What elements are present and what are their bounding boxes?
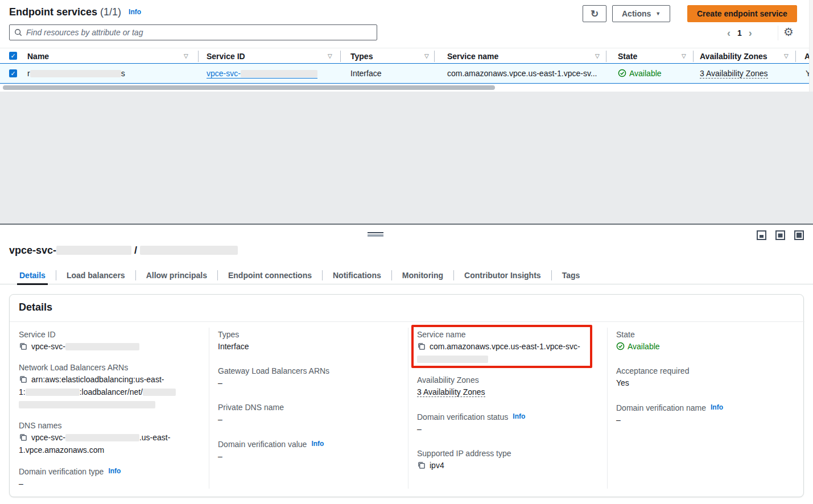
column-header-name[interactable]: Name	[27, 52, 49, 61]
copy-icon[interactable]	[19, 432, 27, 441]
tab-allow-principals[interactable]: Allow principals	[136, 266, 217, 284]
sort-icon-service-id[interactable]: ▽	[328, 53, 332, 59]
glb-arns-value: –	[218, 377, 401, 389]
domain-verification-status-info-link[interactable]: Info	[513, 412, 525, 420]
redacted-text	[30, 70, 121, 77]
page-title-text: Endpoint services	[9, 6, 97, 18]
horizontal-scrollbar-track[interactable]	[0, 85, 813, 90]
field-dns-names: DNS names vpce-svc-.us-east- 1.vpce.amaz…	[19, 420, 202, 456]
panel-size-small-icon[interactable]	[757, 230, 766, 240]
horizontal-scrollbar-thumb[interactable]	[3, 85, 495, 90]
refresh-button[interactable]: ↻	[583, 5, 606, 22]
page-title: Endpoint services (1/1) Info	[9, 6, 141, 18]
title-info-link[interactable]: Info	[129, 8, 141, 16]
panel-title-service-id: vpce-svc-	[9, 245, 56, 256]
table-row[interactable]: ✓ rs vpce-svc- Interface com.amazonaws.v…	[0, 63, 813, 84]
domain-verification-type-value: –	[19, 477, 202, 490]
copy-icon[interactable]	[19, 374, 27, 383]
cell-service-name: com.amazonaws.vpce.us-east-1.vpce-sv...	[447, 69, 597, 78]
resources-pane: Endpoint services (1/1) Info ↻ Actions ▼…	[0, 0, 813, 92]
details-column-1: Service ID vpce-svc- Network Load Balanc…	[19, 329, 202, 499]
tab-details[interactable]: Details	[9, 266, 56, 284]
tab-notifications[interactable]: Notifications	[323, 266, 391, 284]
domain-verification-value-value: –	[218, 450, 401, 462]
column-divider	[198, 51, 199, 62]
pagination-prev-icon[interactable]: ‹	[727, 28, 731, 38]
cell-name: rs	[27, 69, 125, 78]
table-header: ✓ Name ▽ Service ID ▽ Types ▽ Service na…	[0, 48, 813, 63]
toolbar-divider	[778, 26, 778, 40]
background-band	[0, 92, 813, 224]
pagination-page-1[interactable]: 1	[737, 28, 742, 38]
domain-verification-type-label: Domain verification type	[19, 467, 104, 476]
search-box[interactable]	[9, 24, 377, 40]
refresh-icon: ↻	[591, 8, 599, 20]
cell-service-id-link[interactable]: vpce-svc-	[207, 69, 317, 79]
row-checkbox[interactable]: ✓	[9, 69, 17, 77]
tab-load-balancers[interactable]: Load balancers	[56, 266, 135, 284]
sort-icon-state[interactable]: ▽	[682, 53, 686, 59]
glb-arns-label: Gateway Load Balancers ARNs	[218, 365, 401, 377]
sort-icon-name[interactable]: ▽	[184, 53, 188, 59]
sort-icon-types[interactable]: ▽	[424, 53, 429, 59]
field-domain-verification-status: Domain verification statusInfo –	[417, 411, 600, 435]
chevron-down-icon: ▼	[655, 11, 661, 16]
domain-verification-name-label: Domain verification name	[616, 403, 706, 412]
column-header-service-name[interactable]: Service name	[447, 52, 498, 61]
details-column-3: Service name com.amazonaws.vpce.us-east-…	[417, 329, 600, 481]
availability-zones-value[interactable]: 3 Availability Zones	[417, 387, 485, 397]
column-divider	[693, 51, 694, 62]
gear-icon[interactable]: ⚙	[783, 25, 794, 39]
tab-endpoint-connections[interactable]: Endpoint connections	[218, 266, 322, 284]
column-divider	[606, 51, 606, 62]
panel-size-medium-icon[interactable]	[775, 230, 785, 240]
field-service-name: Service name com.amazonaws.vpce.us-east-…	[417, 329, 600, 365]
column-header-state[interactable]: State	[618, 52, 637, 61]
column-header-availability-zones[interactable]: Availability Zones	[700, 52, 767, 61]
domain-verification-value-info-link[interactable]: Info	[311, 440, 324, 448]
domain-verification-value-label: Domain verification value	[218, 440, 307, 449]
field-state: State Available	[616, 329, 799, 353]
tab-contributor-insights[interactable]: Contributor Insights	[454, 266, 551, 284]
search-input[interactable]	[26, 28, 372, 37]
redacted-text	[26, 389, 80, 396]
redacted-text	[140, 246, 238, 255]
copy-icon[interactable]	[417, 460, 426, 469]
tab-monitoring[interactable]: Monitoring	[392, 266, 453, 284]
dns-names-label: DNS names	[19, 420, 202, 431]
split-panel-drag-handle[interactable]	[368, 232, 383, 237]
sort-icon-service-name[interactable]: ▽	[595, 53, 600, 59]
private-dns-value: –	[218, 413, 401, 425]
select-all-checkbox[interactable]: ✓	[9, 52, 17, 60]
acceptance-required-value: Yes	[616, 377, 799, 389]
column-divider	[340, 51, 341, 62]
pagination-next-icon[interactable]: ›	[749, 28, 752, 38]
sort-icon-availability-zones[interactable]: ▽	[784, 53, 789, 59]
domain-verification-type-info-link[interactable]: Info	[108, 467, 121, 475]
copy-icon[interactable]	[19, 341, 27, 350]
cell-state: Available	[618, 69, 662, 78]
column-header-service-id[interactable]: Service ID	[207, 52, 245, 61]
field-supported-ip: Supported IP address type ipv4	[417, 448, 600, 472]
dns-name-line2: 1.vpce.amazonaws.com	[19, 444, 202, 456]
tab-tags[interactable]: Tags	[552, 266, 591, 284]
vertical-scrollbar-track[interactable]	[809, 0, 813, 92]
column-header-types[interactable]: Types	[350, 52, 373, 61]
actions-button[interactable]: Actions ▼	[612, 5, 670, 22]
details-column-4: State Available Acceptance required Yes …	[616, 329, 799, 435]
field-availability-zones: Availability Zones 3 Availability Zones	[417, 374, 600, 398]
service-id-value: vpce-svc-	[31, 342, 65, 351]
types-value: Interface	[218, 340, 401, 353]
cell-availability-zones[interactable]: 3 Availability Zones	[700, 69, 768, 79]
details-card-heading: Details	[19, 301, 52, 313]
nlb-arns-label: Network Load Balancers ARNs	[19, 362, 202, 373]
create-endpoint-service-button[interactable]: Create endpoint service	[687, 5, 797, 22]
column-divider	[408, 328, 408, 489]
panel-size-full-icon[interactable]	[794, 230, 804, 240]
domain-verification-name-info-link[interactable]: Info	[711, 403, 723, 411]
copy-icon[interactable]	[417, 341, 426, 350]
domain-verification-name-value: –	[616, 414, 799, 426]
panel-title: vpce-svc- /	[9, 245, 238, 257]
redacted-text	[65, 343, 139, 350]
field-glb-arns: Gateway Load Balancers ARNs –	[218, 365, 401, 389]
